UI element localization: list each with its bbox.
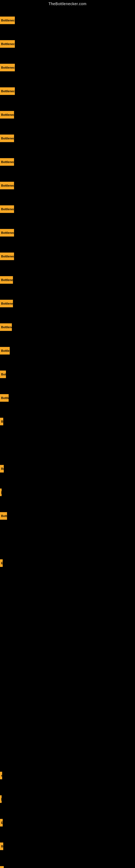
bar-label: E <box>1 821 3 824</box>
bar-label: Bottleneck resu <box>1 231 14 235</box>
bar-label: Bottleneck resu <box>1 184 14 187</box>
bar-item: Bottleneck result <box>0 40 15 48</box>
bar-item: Bottleneck re <box>0 323 12 331</box>
bar-item: E <box>0 819 3 827</box>
bar-item: | <box>0 489 2 496</box>
bar-label: Bottleneck re <box>1 326 12 329</box>
bar-item: Bottleneck resu <box>0 134 14 142</box>
bar-item: Bottleneck result <box>0 17 15 24</box>
bar-item: Bottleneck resu <box>0 182 14 189</box>
bar-item: Bottlene <box>0 347 10 354</box>
bar-label: Bottleneck result <box>1 19 15 22</box>
bar-label: Bottleneck result <box>1 90 15 93</box>
bar-label: Bot <box>1 373 6 376</box>
bar-label: Bottleneck resu <box>1 137 14 140</box>
bar-label: Bottlene <box>1 349 10 352</box>
bar-item: Bottleneck res <box>0 300 13 307</box>
bar-item: Bottleneck resu <box>0 205 14 213</box>
bar-label: Bottleneck resu <box>1 208 14 211</box>
bar-item: e <box>0 772 2 779</box>
bar-label: Bott <box>1 514 7 518</box>
bar-label: B <box>1 420 3 423</box>
bar-label: E <box>1 561 3 565</box>
bar-label: | <box>1 798 2 801</box>
bar-item: B <box>0 842 3 850</box>
bar-item: Bott <box>0 512 7 520</box>
bar-item: E <box>0 559 3 567</box>
bar-item: Bo <box>0 866 4 868</box>
bar-label: | <box>1 491 2 494</box>
bar-item: | <box>0 795 2 803</box>
bar-item: Bot <box>0 371 6 378</box>
bar-label: Bottleneck resu <box>1 160 14 163</box>
bar-label: Bottleneck resu <box>1 113 14 116</box>
bar-item: Bottleneck resu <box>0 252 14 260</box>
bar-item: Bottleneck resu <box>0 229 14 237</box>
bar-label: Bottleneck resu <box>1 255 14 258</box>
bar-label: Bottleneck res <box>1 302 13 305</box>
bar-label: B <box>1 845 3 848</box>
bar-label: Bottleneck result <box>1 42 15 45</box>
bar-item: Bottleneck result <box>0 64 15 71</box>
bar-item: Bottlen <box>0 394 9 402</box>
site-title: TheBottlenecker.com <box>0 0 135 8</box>
bar-label: Bottleneck res <box>1 278 13 282</box>
bar-item: Bottleneck result <box>0 87 15 95</box>
bar-item: Bottleneck resu <box>0 158 14 166</box>
bar-item: Bottleneck res <box>0 276 13 284</box>
bar-item: B <box>0 418 3 425</box>
bar-item: Bottleneck resu <box>0 111 14 119</box>
bar-label: Bo <box>1 467 4 470</box>
bar-item: Bo <box>0 465 4 472</box>
bar-label: Bottlen <box>1 396 9 400</box>
bar-label: Bottleneck result <box>1 66 15 69</box>
bar-label: e <box>1 774 2 777</box>
